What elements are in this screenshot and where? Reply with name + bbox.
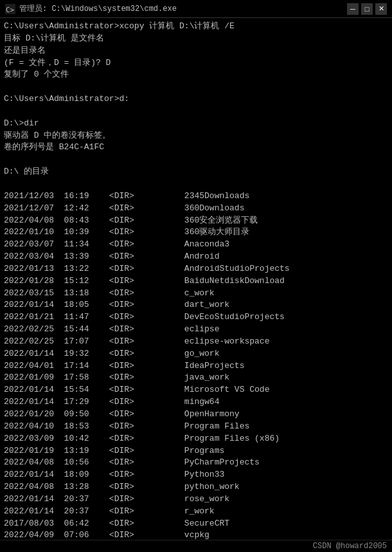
- terminal-output[interactable]: C:\Users\Administrator>xcopy 计算机 D:\计算机 …: [0, 18, 392, 540]
- terminal-line: 2022/04/10 18:53 <DIR> Program Files: [4, 421, 388, 433]
- terminal-line: D:\>dir: [4, 118, 388, 130]
- terminal-line: D:\ 的目录: [4, 166, 388, 178]
- svg-text:C>: C>: [6, 6, 15, 14]
- terminal-line: 2022/01/21 11:47 <DIR> DevEcoStudioProje…: [4, 311, 388, 324]
- terminal-line: C:\Users\Administrator>d:: [4, 93, 388, 106]
- maximize-button[interactable]: □: [361, 3, 373, 15]
- terminal-line: 2022/04/08 08:43 <DIR> 360安全浏览器下载: [4, 215, 388, 227]
- terminal-line: (F = 文件，D = 目录)? D: [4, 57, 388, 69]
- terminal-line: 2022/03/07 11:34 <DIR> Anaconda3: [4, 239, 388, 251]
- terminal-line: 驱动器 D 中的卷没有标签。: [4, 130, 388, 142]
- terminal-line: 2022/01/14 20:37 <DIR> r_work: [4, 506, 388, 518]
- terminal-line: 2022/01/28 15:12 <DIR> BaiduNetdiskDownl…: [4, 275, 388, 288]
- terminal-line: 2022/01/13 13:22 <DIR> AndroidStudioProj…: [4, 263, 388, 275]
- terminal-line: 2022/03/15 13:18 <DIR> c_work: [4, 288, 388, 300]
- terminal-line: 2017/08/03 06:42 <DIR> SecureCRT: [4, 518, 388, 530]
- terminal-line: 还是目录名: [4, 45, 388, 57]
- cmd-icon: C>: [5, 4, 15, 14]
- terminal-line: C:\Users\Administrator>xcopy 计算机 D:\计算机 …: [4, 21, 388, 33]
- terminal-line: [4, 178, 388, 190]
- terminal-line: 2022/03/04 13:39 <DIR> Android: [4, 251, 388, 263]
- window-title: 管理员: C:\Windows\system32\cmd.exe: [19, 3, 347, 14]
- terminal-line: 2022/01/14 19:32 <DIR> go_work: [4, 348, 388, 360]
- terminal-line: [4, 81, 388, 93]
- terminal-line: [4, 154, 388, 166]
- minimize-button[interactable]: ─: [347, 3, 359, 15]
- terminal-line: 目标 D:\计算机 是文件名: [4, 33, 388, 45]
- terminal-line: [4, 106, 388, 118]
- window-controls: ─ □ ✕: [347, 3, 387, 15]
- terminal-line: 2022/02/25 15:44 <DIR> eclipse: [4, 324, 388, 336]
- terminal-line: 卷的序列号是 B24C-A1FC: [4, 142, 388, 154]
- terminal-line: 2022/04/08 13:28 <DIR> python_work: [4, 481, 388, 493]
- terminal-line: 2022/04/01 17:14 <DIR> IdeaProjects: [4, 360, 388, 373]
- terminal-line: 2022/04/08 10:56 <DIR> PyCharmProjects: [4, 457, 388, 469]
- terminal-line: 2021/12/03 16:19 <DIR> 2345Downloads: [4, 190, 388, 203]
- terminal-line: 2022/02/25 17:07 <DIR> eclipse-workspace: [4, 336, 388, 348]
- title-bar: C> 管理员: C:\Windows\system32\cmd.exe ─ □ …: [0, 0, 392, 18]
- terminal-line: 2022/01/09 17:58 <DIR> java_work: [4, 372, 388, 384]
- terminal-line: 2022/01/14 17:29 <DIR> mingw64: [4, 396, 388, 409]
- terminal-line: 2022/04/09 07:06 <DIR> vcpkg: [4, 529, 388, 540]
- close-button[interactable]: ✕: [375, 3, 387, 15]
- terminal-line: 2022/01/14 18:09 <DIR> Python33: [4, 469, 388, 481]
- terminal-line: 2022/01/20 09:50 <DIR> OpenHarmony: [4, 409, 388, 421]
- terminal-line: 2022/01/10 10:39 <DIR> 360驱动大师目录: [4, 226, 388, 239]
- cmd-window: C> 管理员: C:\Windows\system32\cmd.exe ─ □ …: [0, 0, 392, 552]
- terminal-line: 2022/01/14 15:54 <DIR> Microsoft VS Code: [4, 384, 388, 396]
- footer-text: CSDN @howard2005: [313, 542, 387, 551]
- footer-bar: CSDN @howard2005: [0, 540, 392, 552]
- terminal-line: 2022/03/09 10:42 <DIR> Program Files (x8…: [4, 433, 388, 445]
- terminal-line: 复制了 0 个文件: [4, 69, 388, 81]
- terminal-line: 2022/01/14 20:37 <DIR> rose_work: [4, 493, 388, 506]
- terminal-line: 2022/01/19 13:19 <DIR> Programs: [4, 445, 388, 457]
- terminal-line: 2022/01/14 18:05 <DIR> dart_work: [4, 299, 388, 311]
- terminal-line: 2021/12/07 12:42 <DIR> 360Downloads: [4, 203, 388, 215]
